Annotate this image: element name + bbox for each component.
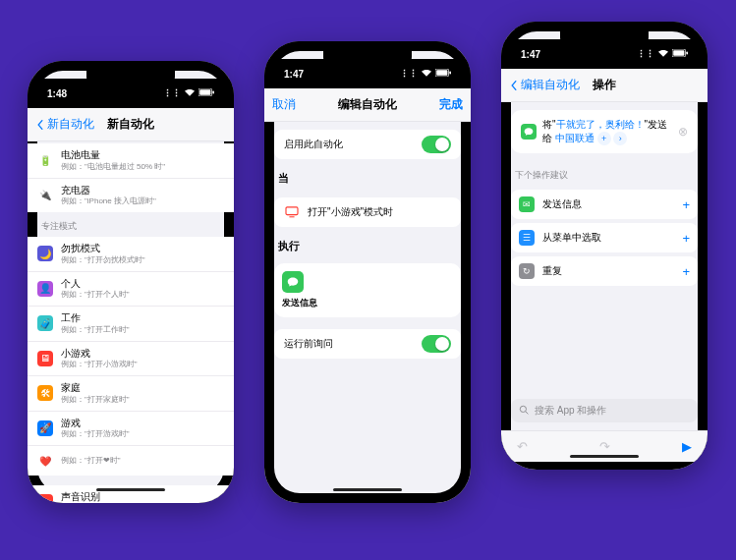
list-item[interactable]: 🧳工作例如："打开工作时" [28,307,234,342]
suggestion-row[interactable]: ✉发送信息+ [511,190,698,219]
list-item[interactable]: 👤个人例如："打开个人时" [28,272,234,308]
home-indicator[interactable] [96,488,165,491]
home-indicator[interactable] [333,488,402,491]
phone-edit-automation: 1:47 ⋮⋮ 取消 编辑自动化 完成 启用此自动化 当 打开"小游戏"模式时 [264,41,471,503]
wifi-icon [658,49,668,59]
nav-done-button[interactable]: 完成 [439,96,463,113]
heart-icon: ❤️ [37,453,53,469]
list-item-subtitle: 例如："打开❤时" [61,456,224,466]
svg-point-11 [520,406,526,412]
list-item[interactable]: ❤️例如："打开❤时" [28,446,234,476]
expand-button[interactable]: › [613,132,627,145]
suggestion-row[interactable]: ↻重复+ [511,256,698,286]
svg-rect-5 [449,71,451,74]
signal-icon: ⋮⋮ [163,88,181,98]
list-item[interactable]: 🚀游戏例如："打开游戏时" [28,412,234,447]
list-item-title: 勿扰模式 [61,243,224,255]
list-item-subtitle: 例如："电池电量超过 50% 时" [61,162,224,172]
add-suggestion-button[interactable]: + [682,231,690,246]
enable-automation-toggle[interactable] [422,136,451,153]
suggestion-label: 发送信息 [542,197,582,211]
enable-automation-label: 启用此自动化 [284,139,414,151]
tools-icon: 🛠 [37,385,53,401]
repeat-icon: ↻ [519,263,535,279]
action-card-text: 将"干就完了，奥利给！"发送给 中国联通 + › [542,118,672,145]
ask-before-run-toggle[interactable] [422,335,451,353]
list-item[interactable]: 🔌充电器例如："iPhone 接入电源时" [28,179,234,213]
svg-rect-2 [212,90,214,93]
search-field[interactable]: 搜索 App 和操作 [511,399,698,422]
nav-title: 编辑自动化 [338,96,397,113]
list-item-title: 小游戏 [61,348,224,361]
phone-new-automation: 1:48 ⋮⋮ 新自动化 新自动化 🔋电池电量例如："电池电量超过 50% 时"… [28,61,234,503]
nav-back-label: 编辑自动化 [521,77,580,93]
moon-icon: 🌙 [37,246,53,261]
status-right: ⋮⋮ [163,88,214,98]
nav-cancel-button[interactable]: 取消 [272,96,296,113]
add-suggestion-button[interactable]: + [682,264,690,279]
list-item-subtitle: 例如："打开勿扰模式时" [61,255,224,265]
add-suggestion-button[interactable]: + [682,197,690,212]
enable-automation-row: 启用此自动化 [274,130,461,159]
notch [86,69,175,90]
messages-icon [521,124,537,140]
svg-rect-4 [436,70,447,76]
list-item-subtitle: 例如："打开游戏时" [61,429,224,439]
search-placeholder: 搜索 App 和操作 [535,404,606,418]
chevron-left-icon [35,120,45,130]
play-button[interactable]: ▶ [682,439,692,454]
when-header: 当 [264,167,471,190]
status-right: ⋮⋮ [637,49,688,59]
list-item-subtitle: 例如："iPhone 接入电源时" [61,196,224,206]
display-icon [284,204,300,220]
list-item-title: 电池电量 [61,149,224,162]
remove-action-button[interactable]: ⊗ [678,125,688,139]
content[interactable]: 将"干就完了，奥利给！"发送给 中国联通 + › ⊗ 下个操作建议 ✉发送信息+… [501,102,708,470]
nav-bar: 新自动化 新自动化 [28,108,234,141]
svg-rect-6 [286,207,298,215]
suggestions-header: 下个操作建议 [501,161,708,186]
suggestion-row[interactable]: ☰从菜单中选取+ [511,223,698,252]
search-icon [519,405,529,417]
list-item[interactable]: 🔋电池电量例如："电池电量超过 50% 时" [28,143,234,179]
home-indicator[interactable] [570,455,639,458]
card-message-token[interactable]: 干就完了，奥利给！ [556,119,645,130]
add-recipient-button[interactable]: + [597,132,611,145]
status-time: 1:47 [521,49,540,60]
nav-title: 新自动化 [107,116,154,133]
redo-button[interactable]: ↷ [599,439,610,454]
nav-bar: 取消 编辑自动化 完成 [264,88,471,122]
card-recipient-token[interactable]: 中国联通 [555,133,594,143]
list-item-title: 充电器 [61,185,224,197]
suggestion-label: 重复 [542,264,562,278]
list-item[interactable]: 🛠家庭例如："打开家庭时" [28,376,234,412]
ask-before-run-label: 运行前询问 [284,338,414,351]
status-bar: 1:47 ⋮⋮ [264,59,471,88]
list-item-title: 家庭 [61,382,224,395]
battery-icon [435,69,451,79]
list-item-subtitle: 例如："打开个人时" [61,290,224,300]
list-item[interactable]: 🖥小游戏例如："打开小游戏时" [28,342,234,377]
notch [560,29,649,51]
battery-icon: 🔋 [37,152,53,168]
work-icon: 🧳 [37,315,53,331]
nav-back-button[interactable]: 新自动化 [35,116,94,133]
status-time: 1:47 [284,69,304,80]
svg-line-12 [526,412,529,415]
content[interactable]: 启用此自动化 当 打开"小游戏"模式时 执行 发送信息 运行前询问 [264,122,471,503]
list-item-title: 声音识别 [61,491,224,503]
action-card[interactable]: 将"干就完了，奥利给！"发送给 中国联通 + › ⊗ [511,110,698,153]
nav-back-button[interactable]: 编辑自动化 [509,77,580,93]
when-condition-row[interactable]: 打开"小游戏"模式时 [274,197,461,227]
list-item[interactable]: 🌙勿扰模式例如："打开勿扰模式时" [28,237,234,272]
undo-button[interactable]: ↶ [517,439,528,454]
content[interactable]: 🔋电池电量例如："电池电量超过 50% 时"🔌充电器例如："iPhone 接入电… [28,141,234,503]
exec-action-tile[interactable]: 发送信息 [274,263,461,317]
list-item-subtitle: 例如："打开家庭时" [61,395,224,405]
card-pre: 将" [542,119,556,130]
list-item-title: 游戏 [61,418,224,430]
battery-icon [672,49,688,59]
exec-header: 执行 [264,235,471,257]
exec-action-label: 发送信息 [282,297,317,309]
svg-rect-10 [686,51,688,54]
